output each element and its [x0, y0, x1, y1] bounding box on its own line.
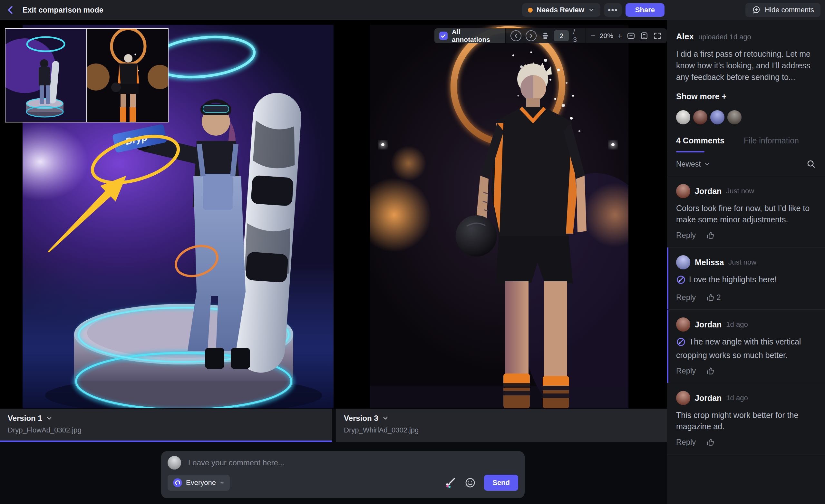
more-options-button[interactable]: •••: [604, 3, 622, 17]
version3-image[interactable]: [370, 25, 628, 408]
comment-author: Jordan: [695, 393, 722, 403]
comment-item[interactable]: Jordan Just now Colors look fine for now…: [667, 176, 825, 247]
comment-text: Colors look fine for now, but I’d like t…: [676, 204, 810, 224]
avatar: [676, 184, 690, 198]
fit-screen-icon[interactable]: [640, 31, 649, 40]
comment-text: This crop might work better for the maga…: [676, 411, 798, 431]
back-button[interactable]: [6, 5, 15, 15]
thumbnail-version3[interactable]: [87, 29, 168, 122]
exit-comparison-label[interactable]: Exit comparison mode: [22, 6, 103, 14]
like-button[interactable]: 2: [705, 293, 721, 302]
chevron-down-icon: [382, 415, 389, 422]
comparison-stage: Dryp: [0, 20, 667, 409]
participant-avatar[interactable]: [693, 110, 707, 124]
thumbs-up-icon: [705, 437, 715, 447]
all-annotations-label: All annotations: [452, 28, 501, 43]
comment-time: 1d ago: [726, 320, 748, 329]
thumbnail-version1[interactable]: [5, 29, 86, 122]
hide-comments-button[interactable]: Hide comments: [745, 3, 821, 17]
hide-comments-label: Hide comments: [765, 6, 814, 14]
comment-sort-row: Newest: [667, 152, 825, 176]
comment-text: The new angle with this vertical croppin…: [676, 337, 801, 360]
status-dropdown[interactable]: Needs Review: [522, 3, 600, 17]
version1-bar[interactable]: Version 1 Dryp_FlowAd_0302.jpg: [0, 409, 332, 442]
like-button[interactable]: [705, 437, 717, 447]
share-button[interactable]: Share: [625, 3, 665, 17]
active-tab-underline: [676, 151, 704, 152]
sort-dropdown[interactable]: Newest: [676, 160, 710, 168]
comment-composer: Everyone Send: [161, 451, 525, 498]
tab-file-information[interactable]: File information: [744, 136, 799, 145]
emoji-icon[interactable]: [465, 477, 476, 488]
comment-text: Love the highlights here!: [689, 275, 777, 284]
audience-label: Everyone: [186, 479, 216, 487]
avatar: [676, 317, 690, 332]
reply-button[interactable]: Reply: [676, 231, 696, 240]
reply-button[interactable]: Reply: [676, 366, 696, 375]
fullscreen-icon[interactable]: [653, 31, 662, 40]
comment-author: Jordan: [695, 320, 722, 329]
audience-dropdown[interactable]: Everyone: [167, 475, 230, 491]
chevron-left-icon: [513, 33, 519, 39]
comment-time: 1d ago: [726, 394, 748, 402]
annotate-brush-icon[interactable]: [444, 477, 456, 489]
send-button[interactable]: Send: [484, 475, 518, 491]
status-dot-icon: [528, 8, 533, 13]
viewer-toolbar: All annotations 2 / 3 − 20% +: [434, 28, 667, 43]
version3-filename: Dryp_WhirlAd_0302.jpg: [344, 426, 659, 434]
version3-bar[interactable]: Version 3 Dryp_WhirlAd_0302.jpg: [336, 409, 667, 442]
participant-avatar[interactable]: [727, 110, 742, 124]
version3-label: Version 3: [344, 414, 378, 423]
filmstrip-icon[interactable]: [541, 31, 550, 40]
participant-avatars: [676, 110, 816, 124]
fit-width-icon[interactable]: [626, 31, 635, 40]
uploader-name: Alex: [676, 31, 694, 42]
chevron-right-icon: [528, 33, 534, 39]
sort-label: Newest: [676, 160, 701, 168]
next-page-button[interactable]: [526, 30, 537, 41]
avatar: [676, 391, 690, 405]
like-button[interactable]: [705, 230, 717, 240]
previous-page-button[interactable]: [511, 30, 521, 41]
zoom-out-button[interactable]: −: [591, 31, 596, 40]
chevron-down-icon: [588, 7, 595, 13]
annotation-marker-icon[interactable]: [676, 275, 686, 287]
top-bar: Exit comparison mode Needs Review ••• Sh…: [0, 0, 825, 20]
version1-label: Version 1: [8, 414, 42, 423]
participant-avatar[interactable]: [676, 110, 690, 124]
zoom-level-label[interactable]: 20%: [600, 32, 613, 40]
all-annotations-checkbox[interactable]: [439, 31, 448, 40]
comment-item[interactable]: Jordan 1d ago This crop might work bette…: [667, 383, 825, 454]
version1-filename: Dryp_FlowAd_0302.jpg: [8, 426, 324, 434]
comment-list: Jordan Just now Colors look fine for now…: [667, 176, 825, 454]
thumbs-up-icon: [705, 230, 715, 240]
chevron-left-icon: [6, 5, 15, 15]
comment-input[interactable]: [188, 458, 518, 467]
like-button[interactable]: [705, 366, 717, 376]
everyone-icon: [173, 478, 182, 488]
upload-description: I did a first pass of retouching. Let me…: [676, 48, 816, 83]
status-label: Needs Review: [537, 6, 584, 14]
participant-avatar[interactable]: [710, 110, 725, 124]
upload-meta: uploaded 1d ago: [698, 33, 751, 41]
search-comments-button[interactable]: [806, 159, 816, 169]
sidebar-tabs: 4 Comments File information: [667, 136, 825, 152]
composer-avatar: [167, 456, 181, 470]
page-total-label: / 3: [573, 28, 580, 43]
reply-button[interactable]: Reply: [676, 438, 696, 447]
tab-comments[interactable]: 4 Comments: [676, 136, 725, 145]
comment-item[interactable]: Jordan 1d ago The new angle with this ve…: [667, 310, 825, 383]
reply-button[interactable]: Reply: [676, 293, 696, 302]
comparison-thumbnail-overview[interactable]: [5, 28, 168, 123]
show-more-button[interactable]: Show more +: [676, 92, 816, 101]
chevron-down-icon: [219, 480, 225, 485]
annotation-marker-icon[interactable]: [676, 337, 686, 350]
comment-item[interactable]: Melissa Just now Love the highlights her…: [667, 247, 825, 310]
page-number-input[interactable]: 2: [554, 30, 569, 41]
like-count: 2: [717, 293, 721, 302]
chevron-down-icon: [704, 161, 710, 167]
zoom-in-button[interactable]: +: [617, 31, 622, 40]
comment-time: Just now: [728, 258, 756, 267]
avatar: [676, 255, 690, 269]
chevron-down-icon: [46, 415, 53, 422]
